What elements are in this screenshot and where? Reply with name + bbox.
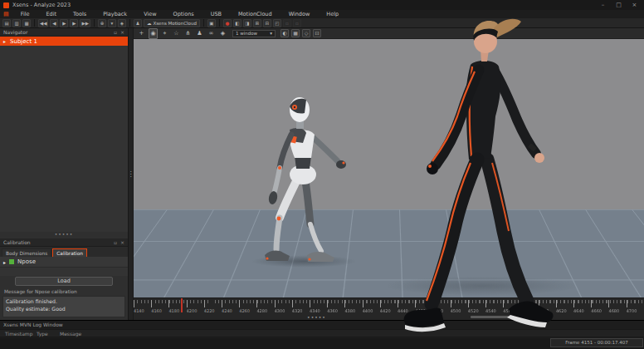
navigator-subject-row[interactable]: ▸ Subject 1: [0, 37, 128, 46]
wireless-icon[interactable]: ◈: [118, 19, 126, 27]
grid-view-icon[interactable]: ▦: [291, 29, 300, 37]
menu-usb[interactable]: USB: [202, 10, 230, 18]
hardware-caret-icon[interactable]: ▾: [108, 19, 116, 27]
hardware-icon[interactable]: ⊕: [98, 19, 106, 27]
tab-body-dimensions[interactable]: Body Dimensions: [2, 248, 51, 257]
menu-window[interactable]: Window: [281, 10, 319, 18]
maximize-button[interactable]: □: [612, 1, 625, 10]
timeline-tick-label: 4340: [310, 308, 327, 313]
avatar-view-icon[interactable]: ♟: [195, 29, 204, 38]
timeline-tick-label: 4520: [468, 308, 485, 313]
layout-quad-icon[interactable]: ⊞: [253, 19, 261, 27]
menu-edit[interactable]: Edit: [38, 10, 66, 18]
timeline-tick-label: 4560: [503, 308, 520, 313]
viewport-3d: + ◉ ⌖ ☆ ⋔ ♟ ∞ ◈ 1 window ▾ ◐ ▦ ◇ ⊡: [134, 28, 644, 320]
timeline-tick-label: 4500: [451, 308, 468, 313]
load-button[interactable]: Load: [15, 277, 113, 286]
toolbar-separator: [129, 19, 130, 27]
chevron-right-icon[interactable]: ▸: [3, 38, 6, 44]
highlight-view-icon[interactable]: ◇: [302, 29, 310, 37]
timeline-tick-label: 4680: [608, 308, 626, 313]
camera-icon[interactable]: ◉: [149, 28, 158, 39]
menu-motioncloud[interactable]: MotionCloud: [230, 10, 281, 18]
record-icon[interactable]: ●: [223, 19, 232, 27]
toolbar-separator: [94, 19, 95, 27]
step-forward-icon[interactable]: ▶: [70, 19, 78, 27]
step-back-icon[interactable]: ◀: [50, 19, 58, 27]
tab-calibration[interactable]: Calibration: [52, 248, 87, 257]
cloud-icon: ☁: [147, 21, 152, 26]
sensor-view-icon[interactable]: ◈: [218, 29, 227, 38]
log-window-title: Xsens MVN Log Window: [0, 321, 644, 329]
timeline-tick-label: 4240: [222, 308, 239, 313]
scene-3d[interactable]: [134, 39, 644, 297]
calibration-npose-row[interactable]: ▸ Npose: [0, 257, 128, 268]
subject-shadow: [383, 276, 582, 296]
timeline-tick-label: 4440: [398, 308, 415, 313]
viewport-toolbar: + ◉ ⌖ ☆ ⋔ ♟ ∞ ◈ 1 window ▾ ◐ ▦ ◇ ⊡: [134, 28, 644, 39]
segment-hierarchy-icon[interactable]: ⋔: [183, 29, 193, 38]
target-icon[interactable]: ⌖: [160, 29, 169, 38]
timeline-tick-label: 4320: [292, 308, 310, 313]
trajectory-icon[interactable]: ∞: [207, 29, 216, 38]
close-button[interactable]: ×: [628, 1, 641, 10]
timeline[interactable]: 4140416041804200422042404260428043004320…: [134, 297, 644, 320]
fullscreen-icon[interactable]: ◰: [273, 19, 281, 27]
timeline-playhead[interactable]: [181, 298, 183, 312]
menu-help[interactable]: Help: [318, 10, 347, 18]
timeline-tick-label: 4460: [415, 308, 432, 313]
title-bar: Xsens - Analyze 2023 – □ ×: [0, 0, 644, 10]
log-list[interactable]: [0, 338, 644, 349]
calibrate-pose-icon[interactable]: ☆: [172, 29, 181, 38]
layout-split-icon[interactable]: ◨: [243, 19, 251, 27]
pan-icon[interactable]: +: [137, 29, 146, 38]
toolbar-separator: [219, 19, 220, 27]
timeline-tick-label: 4640: [573, 308, 591, 313]
timeline-tick-label: 4580: [520, 308, 538, 313]
panel-resize-handle[interactable]: •••••: [0, 232, 128, 238]
motioncloud-button[interactable]: ☁ Xsens MotionCloud: [144, 19, 200, 27]
menu-view[interactable]: View: [135, 10, 164, 18]
navigator-tree[interactable]: [0, 46, 128, 232]
minimize-button[interactable]: –: [597, 1, 609, 10]
window-count-select[interactable]: 1 window ▾: [232, 30, 276, 37]
timeline-tick-label: 4400: [363, 308, 380, 313]
save-file-icon[interactable]: ▦: [22, 19, 31, 27]
subject-label: Subject 1: [10, 38, 37, 45]
close-panel-icon[interactable]: ×: [120, 29, 124, 35]
close-panel-icon[interactable]: ×: [120, 239, 124, 245]
open-file-icon[interactable]: ▥: [12, 19, 21, 27]
menu-options[interactable]: Options: [165, 10, 202, 18]
contrast-view-icon[interactable]: ◐: [281, 29, 289, 37]
timeline-tick-label: 4300: [275, 308, 292, 313]
subject-icon[interactable]: ♟: [134, 19, 142, 27]
chevron-right-icon[interactable]: ▸: [3, 259, 6, 265]
timeline-scrollbar-thumb[interactable]: [471, 316, 509, 318]
calibration-quality-line: Quality estimate: Good: [6, 306, 122, 313]
fast-forward-icon[interactable]: ▶▶: [80, 19, 90, 27]
log-col-timestamp[interactable]: Timestamp: [0, 331, 37, 337]
play-icon[interactable]: ▶: [60, 19, 68, 27]
toolbar-separator: [34, 19, 35, 27]
calibration-result-line: Calibration finished.: [6, 298, 122, 306]
new-file-icon[interactable]: ▤: [2, 19, 11, 27]
menu-playback[interactable]: Playback: [95, 10, 135, 18]
frame-subject-icon[interactable]: ⊡: [313, 29, 321, 37]
timeline-ruler[interactable]: [134, 300, 644, 307]
document-icon: ▤: [3, 11, 9, 18]
log-col-type[interactable]: Type: [37, 331, 60, 337]
log-col-message[interactable]: Message: [60, 331, 644, 337]
fast-rewind-icon[interactable]: ◀◀: [38, 19, 48, 27]
navigator-title: Navigator: [3, 29, 110, 35]
menu-tools[interactable]: Tools: [65, 10, 95, 18]
screen-capture-icon[interactable]: ▣: [207, 19, 216, 27]
timeline-tick-label: 4260: [239, 308, 256, 313]
float-panel-icon[interactable]: ▫: [114, 29, 117, 35]
app-icon: [3, 2, 9, 8]
window-count-value: 1 window: [236, 31, 257, 36]
menu-file[interactable]: File: [12, 10, 38, 18]
layout-stack-icon[interactable]: ⊟: [263, 19, 271, 27]
timeline-tick-label: 4160: [151, 308, 168, 313]
layout-single-icon[interactable]: ◧: [233, 19, 242, 27]
float-panel-icon[interactable]: ▫: [114, 239, 117, 245]
